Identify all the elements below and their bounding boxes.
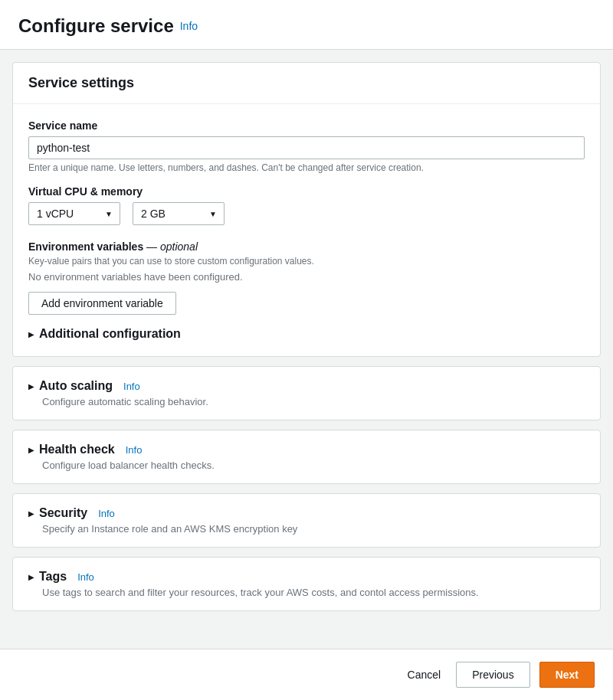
auto-scaling-title: Auto scaling bbox=[39, 379, 113, 393]
memory-select-wrapper: 0.5 GB 1 GB 2 GB 3 GB 4 GB 6 GB 8 GB ▼ bbox=[133, 202, 225, 225]
service-settings-title: Service settings bbox=[28, 75, 134, 90]
additional-config-title: Additional configuration bbox=[39, 327, 181, 341]
auto-scaling-description: Configure automatic scaling behavior. bbox=[28, 396, 585, 407]
tags-info-link[interactable]: Info bbox=[77, 571, 94, 583]
auto-scaling-body: ▶ Auto scaling Info Configure automatic … bbox=[13, 367, 600, 420]
service-name-group: Service name Enter a unique name. Use le… bbox=[28, 119, 585, 173]
tags-arrow-icon: ▶ bbox=[28, 573, 34, 581]
security-header[interactable]: ▶ Security Info bbox=[28, 506, 585, 520]
health-check-body: ▶ Health check Info Configure load balan… bbox=[13, 430, 600, 483]
tags-description: Use tags to search and filter your resou… bbox=[28, 587, 585, 598]
next-button[interactable]: Next bbox=[539, 662, 595, 688]
tags-title: Tags bbox=[39, 570, 67, 584]
security-info-link[interactable]: Info bbox=[98, 508, 115, 519]
security-arrow-icon: ▶ bbox=[28, 509, 34, 518]
additional-config-header[interactable]: ▶ Additional configuration bbox=[28, 327, 585, 341]
vcpu-select[interactable]: 0.25 vCPU 0.5 vCPU 1 vCPU 2 vCPU 4 vCPU bbox=[28, 202, 120, 225]
vcpu-select-wrapper: 0.25 vCPU 0.5 vCPU 1 vCPU 2 vCPU 4 vCPU … bbox=[28, 202, 120, 225]
service-name-hint: Enter a unique name. Use letters, number… bbox=[28, 162, 585, 173]
security-body: ▶ Security Info Specify an Instance role… bbox=[13, 494, 600, 547]
auto-scaling-section: ▶ Auto scaling Info Configure automatic … bbox=[12, 366, 601, 420]
service-settings-card: Service settings Service name Enter a un… bbox=[12, 62, 601, 357]
page-wrapper: Configure service Info Service settings … bbox=[0, 0, 613, 700]
auto-scaling-arrow-icon: ▶ bbox=[28, 382, 34, 391]
service-settings-header: Service settings bbox=[13, 63, 600, 104]
health-check-arrow-icon: ▶ bbox=[28, 446, 34, 454]
page-header: Configure service Info bbox=[0, 0, 613, 50]
health-check-title: Health check bbox=[39, 443, 115, 456]
health-check-info-link[interactable]: Info bbox=[126, 444, 143, 456]
vcpu-memory-label: Virtual CPU & memory bbox=[28, 185, 585, 198]
health-check-header[interactable]: ▶ Health check Info bbox=[28, 443, 585, 456]
tags-body: ▶ Tags Info Use tags to search and filte… bbox=[13, 558, 600, 610]
security-description: Specify an Instance role and an AWS KMS … bbox=[28, 523, 585, 535]
service-name-input[interactable] bbox=[28, 136, 585, 159]
env-vars-title: Environment variables — optional bbox=[28, 240, 585, 253]
footer-bar: Cancel Previous Next bbox=[0, 649, 613, 700]
dropdowns-row: 0.25 vCPU 0.5 vCPU 1 vCPU 2 vCPU 4 vCPU … bbox=[28, 202, 585, 225]
tags-section: ▶ Tags Info Use tags to search and filte… bbox=[12, 557, 601, 611]
service-name-label: Service name bbox=[28, 119, 585, 132]
cancel-button[interactable]: Cancel bbox=[402, 664, 447, 685]
main-content: Service settings Service name Enter a un… bbox=[0, 50, 613, 649]
memory-select[interactable]: 0.5 GB 1 GB 2 GB 3 GB 4 GB 6 GB 8 GB bbox=[133, 202, 225, 225]
tags-header[interactable]: ▶ Tags Info bbox=[28, 570, 585, 584]
vcpu-memory-group: Virtual CPU & memory 0.25 vCPU 0.5 vCPU … bbox=[28, 185, 585, 225]
health-check-section: ▶ Health check Info Configure load balan… bbox=[12, 430, 601, 484]
health-check-description: Configure load balancer health checks. bbox=[28, 460, 585, 471]
env-vars-empty: No environment variables have been confi… bbox=[28, 271, 585, 283]
previous-button[interactable]: Previous bbox=[456, 662, 529, 688]
auto-scaling-header[interactable]: ▶ Auto scaling Info bbox=[28, 379, 585, 393]
additional-config-arrow-icon: ▶ bbox=[28, 330, 34, 339]
env-vars-description: Key-value pairs that you can use to stor… bbox=[28, 256, 585, 267]
security-title: Security bbox=[39, 506, 87, 520]
env-vars-section: Environment variables — optional Key-val… bbox=[28, 240, 585, 315]
page-info-link[interactable]: Info bbox=[180, 20, 198, 32]
auto-scaling-info-link[interactable]: Info bbox=[123, 381, 140, 392]
security-section: ▶ Security Info Specify an Instance role… bbox=[12, 493, 601, 548]
service-settings-body: Service name Enter a unique name. Use le… bbox=[13, 104, 600, 356]
page-title: Configure service bbox=[18, 15, 174, 37]
add-env-var-button[interactable]: Add environment variable bbox=[28, 292, 176, 315]
